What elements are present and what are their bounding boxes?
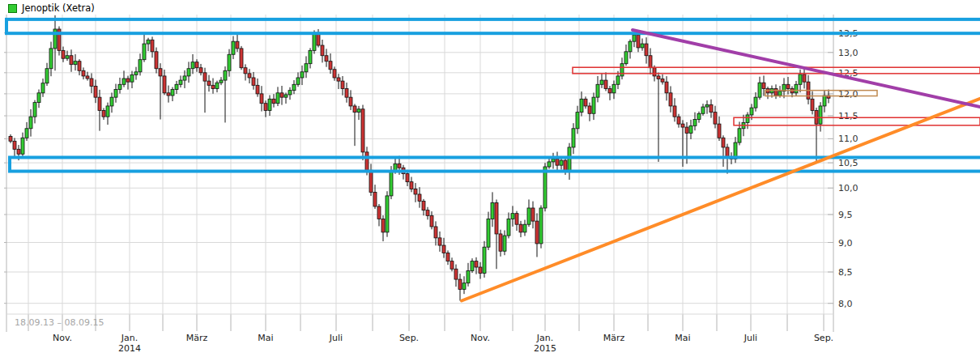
candle-down [203,73,207,81]
candle-up [795,84,798,93]
candle-up [552,159,555,162]
candle-up [548,162,551,167]
candle-up [641,44,644,48]
candle-up [134,72,138,75]
candle-up [523,224,526,232]
month-axis-label: Jan. [536,333,553,343]
candle-down [422,201,425,210]
candle-down [657,76,660,79]
price-axis-label: 8,5 [838,267,853,278]
candle-up [596,84,599,97]
candle-down [167,93,170,96]
candle-up [191,62,194,69]
candle-down [252,78,255,85]
month-axis-label: Juli [329,333,343,343]
candle-down [803,74,806,82]
candle-up [175,84,178,89]
candle-down [669,93,672,106]
candle-down [13,141,16,149]
candle-up [37,93,40,103]
candle-up [288,91,292,95]
month-axis-label: Sep. [399,333,419,343]
candle-down [240,49,243,68]
candle-down [236,41,239,49]
candle-down [786,84,790,88]
price-axis-label: 11,0 [838,134,859,144]
candle-down [406,174,409,182]
candle-down [333,70,336,78]
candle-up [33,103,36,117]
month-axis-label: Juli [744,333,757,343]
candle-up [487,219,490,247]
candle-down [369,170,373,192]
candle-up [462,283,466,290]
candle-down [329,62,332,70]
candle-up [701,107,705,113]
candle-down [535,221,539,244]
candle-up [300,72,304,78]
candle-down [78,62,81,71]
candle-up [592,97,595,113]
candle-down [588,106,591,113]
candle-up [471,261,474,271]
candle-up [491,202,494,219]
candle-down [398,164,401,168]
candle-up [122,79,126,84]
candle-up [25,129,28,138]
candle-down [9,137,12,142]
price-axis-label: 9,0 [838,238,853,249]
month-axis-label: März [603,333,625,343]
candle-up [106,106,109,117]
candle-down [515,214,518,225]
candle-down [556,159,559,165]
candle-down [90,79,93,86]
candle-down [811,99,814,110]
price-axis-label: 10,5 [838,158,859,168]
candle-up [390,172,393,196]
candle-up [705,104,709,107]
candle-down [426,210,429,216]
candle-down [645,44,648,56]
candle-up [171,90,174,96]
candle-up [309,50,312,63]
candle-up [778,91,782,96]
candle-up [511,214,514,219]
candle-up [143,44,146,60]
candle-down [163,76,166,93]
candle-down [82,70,85,76]
candle-up [313,34,316,51]
price-axis-label: 13,0 [838,48,859,58]
month-axis-label: März [186,333,208,343]
candle-up [689,125,692,133]
candle-up [819,106,822,124]
candle-down [681,124,684,127]
candle-up [292,84,296,90]
candle-up [750,108,753,115]
candle-down [410,182,413,189]
candle-down [365,152,369,170]
candle-down [414,189,417,194]
price-axis-label: 9,5 [838,210,853,220]
candle-up [693,120,697,126]
candle-down [653,68,656,76]
candle-up [503,236,506,251]
candle-down [608,89,611,93]
candle-up [21,138,24,154]
candle-down [454,269,458,279]
candle-down [442,245,445,253]
candle-down [361,109,364,152]
candle-up [284,95,288,97]
candle-up [183,76,186,80]
candle-up [66,56,69,58]
candle-down [677,117,680,124]
candle-up [543,167,547,208]
candle-up [268,99,271,110]
candle-up [29,117,32,129]
candle-down [584,99,587,106]
candle-up [507,219,510,236]
candle-up [527,208,530,224]
candle-down [373,192,377,206]
candle-down [519,224,522,232]
year-axis-label: 2015 [534,343,556,354]
candle-down [341,81,344,88]
